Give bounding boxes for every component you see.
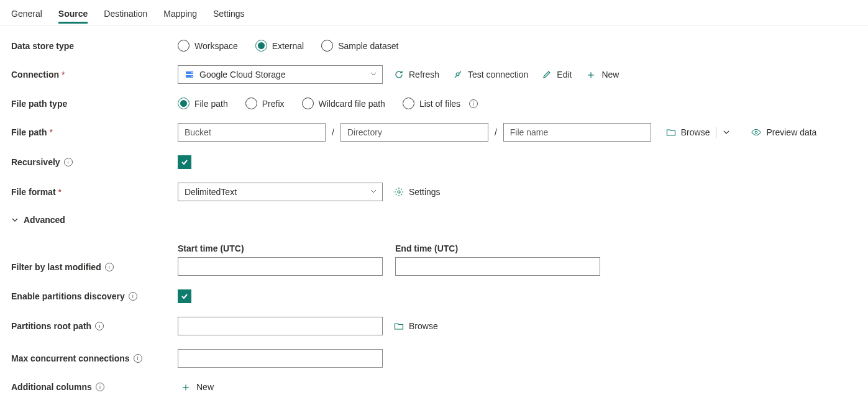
row-additional-columns: Additional columns i ＋ New — [0, 381, 868, 393]
chevron-down-icon — [370, 70, 377, 80]
test-connection-button[interactable]: Test connection — [450, 70, 531, 80]
radio-workspace[interactable]: Workspace — [178, 40, 238, 52]
start-time-input[interactable] — [178, 257, 383, 276]
max-concurrent-connections-input[interactable] — [178, 349, 383, 368]
preview-icon — [751, 127, 761, 137]
tab-destination[interactable]: Destination — [104, 2, 147, 24]
advanced-toggle[interactable]: Advanced — [0, 215, 868, 225]
folder-icon — [394, 321, 404, 331]
label-file-path: File path* — [11, 127, 178, 137]
info-icon[interactable]: i — [134, 354, 142, 363]
radio-wildcard-label: Wildcard file path — [319, 99, 385, 109]
chevron-down-icon — [11, 216, 19, 224]
radio-icon — [302, 98, 314, 109]
row-max-concurrent-connections: Max concurrent connections i — [0, 349, 868, 368]
radio-list-of-files-label: List of files — [419, 99, 460, 109]
new-column-button[interactable]: ＋ New — [178, 381, 216, 393]
partitions-root-path-input[interactable] — [178, 317, 383, 335]
edit-icon — [542, 70, 552, 80]
radio-file-path[interactable]: File path — [178, 98, 228, 109]
browse-dropdown[interactable] — [720, 129, 733, 136]
browse-button[interactable]: Browse — [664, 127, 713, 137]
info-icon[interactable]: i — [64, 158, 73, 166]
chevron-down-icon — [370, 187, 377, 197]
plus-icon: ＋ — [585, 69, 596, 80]
edit-label: Edit — [557, 70, 572, 80]
filename-input[interactable] — [503, 123, 651, 142]
connection-value: Google Cloud Storage — [199, 70, 286, 80]
info-icon[interactable]: i — [95, 322, 104, 330]
radio-file-path-label: File path — [194, 99, 228, 109]
file-path-type-group: File path Prefix Wildcard file path List… — [178, 98, 478, 109]
plus-icon: ＋ — [180, 381, 191, 393]
test-connection-icon — [453, 70, 463, 80]
tab-mapping[interactable]: Mapping — [163, 2, 197, 24]
radio-list-of-files[interactable]: List of files i — [403, 98, 478, 109]
label-data-store-type: Data store type — [11, 41, 178, 51]
recursively-checkbox[interactable] — [178, 155, 191, 169]
new-connection-button[interactable]: ＋ New — [583, 69, 621, 80]
label-file-path-type: File path type — [11, 99, 178, 109]
radio-sample-dataset[interactable]: Sample dataset — [321, 40, 398, 52]
check-icon — [180, 292, 189, 301]
info-icon[interactable]: i — [469, 99, 478, 108]
refresh-button[interactable]: Refresh — [391, 70, 442, 80]
chevron-down-icon — [723, 129, 730, 136]
label-file-format: File format* — [11, 187, 178, 197]
row-file-path-type: File path type File path Prefix Wildcard… — [0, 98, 868, 109]
edit-button[interactable]: Edit — [539, 70, 574, 80]
file-format-select[interactable]: DelimitedText — [178, 183, 383, 201]
directory-input[interactable] — [340, 123, 488, 142]
connection-select[interactable]: Google Cloud Storage — [178, 65, 383, 84]
bucket-input[interactable] — [178, 123, 326, 142]
radio-icon — [403, 98, 414, 109]
radio-prefix[interactable]: Prefix — [245, 98, 285, 109]
path-separator: / — [492, 127, 500, 137]
end-time-input[interactable] — [395, 257, 600, 276]
tab-general[interactable]: General — [11, 2, 42, 24]
info-icon[interactable]: i — [105, 263, 114, 271]
label-enable-partitions-discovery: Enable partitions discovery i — [11, 291, 178, 301]
new-label: New — [601, 70, 619, 80]
label-recursively: Recursively i — [11, 157, 178, 167]
radio-icon — [255, 40, 267, 52]
label-filter-by-last-modified: Filter by last modified i — [11, 262, 178, 276]
path-separator: / — [329, 127, 337, 137]
preview-data-label: Preview data — [766, 127, 816, 137]
radio-external-label: External — [272, 41, 304, 51]
row-data-store-type: Data store type Workspace External Sampl… — [0, 40, 868, 52]
row-filter-by-last-modified: Filter by last modified i Start time (UT… — [0, 243, 868, 276]
settings-icon — [394, 187, 404, 197]
partitions-browse-label: Browse — [409, 321, 438, 331]
refresh-label: Refresh — [409, 70, 439, 80]
file-format-value: DelimitedText — [185, 187, 237, 197]
radio-external[interactable]: External — [255, 40, 304, 52]
svg-point-3 — [398, 191, 400, 193]
label-max-concurrent-connections: Max concurrent connections i — [11, 353, 178, 363]
row-recursively: Recursively i — [0, 155, 868, 169]
radio-workspace-label: Workspace — [194, 41, 238, 51]
radio-icon — [178, 40, 190, 52]
refresh-icon — [394, 70, 404, 80]
partitions-browse-button[interactable]: Browse — [391, 321, 441, 331]
svg-point-2 — [756, 131, 758, 134]
preview-data-button[interactable]: Preview data — [749, 127, 819, 137]
new-column-label: New — [196, 382, 214, 392]
separator — [716, 127, 716, 138]
row-connection: Connection* Google Cloud Storage Refresh — [0, 65, 868, 84]
folder-icon — [666, 127, 676, 137]
info-icon[interactable]: i — [96, 383, 104, 391]
info-icon[interactable]: i — [129, 292, 137, 301]
label-start-time: Start time (UTC) — [178, 243, 383, 253]
enable-partitions-discovery-checkbox[interactable] — [178, 289, 191, 303]
file-format-settings-button[interactable]: Settings — [391, 187, 443, 197]
svg-point-1 — [191, 76, 193, 77]
row-enable-partitions-discovery: Enable partitions discovery i — [0, 289, 868, 303]
row-partitions-root-path: Partitions root path i Browse — [0, 317, 868, 335]
settings-label: Settings — [409, 187, 441, 197]
label-partitions-root-path: Partitions root path i — [11, 321, 178, 331]
tab-settings[interactable]: Settings — [213, 2, 245, 24]
radio-wildcard[interactable]: Wildcard file path — [302, 98, 385, 109]
row-file-path: File path* / / Browse Preview da — [0, 123, 868, 142]
tab-source[interactable]: Source — [58, 2, 88, 24]
